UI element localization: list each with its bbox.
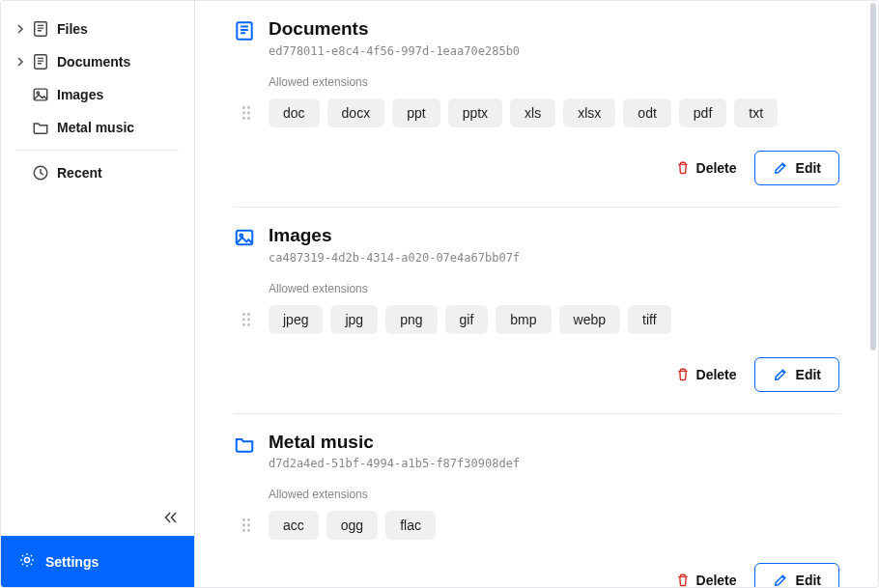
svg-point-18 <box>242 111 245 114</box>
document-icon <box>32 20 49 38</box>
category-uuid: ed778011-e8c4-4f56-997d-1eaa70e285b0 <box>269 44 839 58</box>
delete-button-label: Delete <box>696 160 737 176</box>
extension-chip: docx <box>327 98 385 127</box>
extension-chip: txt <box>734 98 778 127</box>
extension-chip: tiff <box>628 305 671 334</box>
svg-point-25 <box>247 313 250 316</box>
svg-point-26 <box>242 318 245 321</box>
category-uuid: ca487319-4d2b-4314-a020-07e4a67bb07f <box>269 251 839 265</box>
pencil-icon <box>773 367 788 382</box>
edit-button[interactable]: Edit <box>754 151 839 185</box>
delete-button-label: Delete <box>696 573 737 587</box>
svg-point-29 <box>247 323 250 326</box>
svg-point-35 <box>247 529 250 532</box>
sidebar-item-label: Images <box>57 87 103 102</box>
extension-chips: doc docx ppt pptx xls xlsx odt pdf txt <box>269 98 778 127</box>
sidebar-item-label: Recent <box>57 165 102 181</box>
gear-icon <box>18 551 36 572</box>
svg-point-24 <box>242 313 245 316</box>
svg-point-21 <box>247 117 250 120</box>
category-title: Images <box>269 225 839 247</box>
trash-icon <box>675 573 691 587</box>
svg-rect-0 <box>35 22 47 36</box>
extension-chip: flac <box>385 511 436 540</box>
allowed-extensions-label: Allowed extensions <box>269 75 839 89</box>
sidebar-item-recent[interactable]: · Recent <box>9 156 186 189</box>
pencil-icon <box>773 160 788 176</box>
svg-point-28 <box>242 323 245 326</box>
clock-icon <box>32 164 49 182</box>
sidebar-settings[interactable]: Settings <box>1 536 194 587</box>
sidebar-nav: Files Documents · Images · <box>1 1 194 536</box>
svg-rect-12 <box>237 22 251 40</box>
delete-button[interactable]: Delete <box>671 153 741 183</box>
extension-chips: acc ogg flac <box>269 511 436 540</box>
extension-chip: png <box>385 305 437 334</box>
extension-chip: webp <box>559 305 620 334</box>
allowed-extensions-label: Allowed extensions <box>269 488 839 501</box>
sidebar-item-documents[interactable]: Documents <box>9 45 186 78</box>
drag-handle-icon[interactable] <box>238 312 255 327</box>
image-icon <box>32 86 49 103</box>
svg-point-17 <box>247 106 250 109</box>
sidebar-item-images[interactable]: · Images <box>9 78 186 111</box>
delete-button[interactable]: Delete <box>671 359 741 390</box>
caret-right-icon <box>16 57 24 67</box>
edit-button-label: Edit <box>796 367 821 382</box>
svg-rect-4 <box>35 55 47 69</box>
delete-button[interactable]: Delete <box>671 565 741 587</box>
svg-point-32 <box>242 524 245 527</box>
svg-point-19 <box>247 111 250 114</box>
svg-point-16 <box>242 106 245 109</box>
svg-rect-22 <box>237 231 253 244</box>
extension-chip: odt <box>623 98 670 127</box>
extension-chip: ogg <box>326 511 378 540</box>
drag-handle-icon[interactable] <box>238 105 255 121</box>
delete-button-label: Delete <box>696 367 737 382</box>
trash-icon <box>675 160 691 176</box>
category-uuid: d7d2a4ed-51bf-4994-a1b5-f87f30908def <box>269 457 839 470</box>
extension-chip: jpg <box>330 305 378 334</box>
category-card: Images ca487319-4d2b-4314-a020-07e4a67bb… <box>234 208 839 414</box>
svg-point-20 <box>242 117 245 120</box>
extension-chip: pdf <box>679 98 726 127</box>
image-icon <box>234 227 255 248</box>
svg-point-31 <box>247 518 250 521</box>
edit-button-label: Edit <box>796 160 821 176</box>
extension-chip: pptx <box>448 98 502 127</box>
sidebar-item-metal-music[interactable]: · Metal music <box>9 111 186 144</box>
category-title: Documents <box>269 18 839 41</box>
extension-chip: acc <box>269 511 319 540</box>
extension-chip: bmp <box>496 305 551 334</box>
extension-chip: gif <box>445 305 489 334</box>
category-card: Metal music d7d2a4ed-51bf-4994-a1b5-f87f… <box>234 414 839 587</box>
svg-point-30 <box>242 518 245 521</box>
document-icon <box>234 20 255 42</box>
extension-chips: jpeg jpg png gif bmp webp tiff <box>269 305 671 334</box>
extension-chip: jpeg <box>269 305 323 334</box>
divider <box>16 150 179 151</box>
folder-icon <box>234 434 255 455</box>
sidebar-item-files[interactable]: Files <box>9 13 186 45</box>
drag-handle-icon[interactable] <box>238 518 255 533</box>
edit-button[interactable]: Edit <box>754 563 839 587</box>
extension-chip: xlsx <box>563 98 615 127</box>
sidebar-item-label: Files <box>57 21 88 37</box>
scrollbar[interactable] <box>870 3 876 350</box>
svg-point-9 <box>37 92 39 94</box>
svg-point-34 <box>242 529 245 532</box>
trash-icon <box>675 367 691 382</box>
extension-chip: ppt <box>392 98 440 127</box>
folder-icon <box>32 119 49 136</box>
svg-point-11 <box>24 557 29 562</box>
main-content: Documents ed778011-e8c4-4f56-997d-1eaa70… <box>195 1 878 587</box>
sidebar-item-label: Documents <box>57 54 130 70</box>
extension-chip: xls <box>510 98 555 127</box>
category-title: Metal music <box>269 432 839 454</box>
svg-rect-8 <box>34 89 47 100</box>
sidebar-collapse-button[interactable] <box>159 506 183 529</box>
pencil-icon <box>773 573 788 587</box>
category-card: Documents ed778011-e8c4-4f56-997d-1eaa70… <box>234 1 839 208</box>
edit-button[interactable]: Edit <box>754 357 839 392</box>
edit-button-label: Edit <box>796 573 821 587</box>
